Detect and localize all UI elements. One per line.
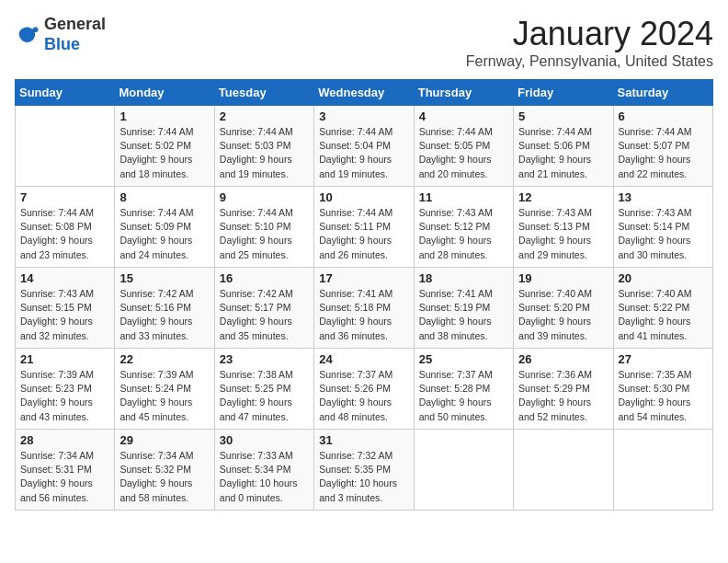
day-number: 1 (119, 109, 209, 123)
day-info: Sunrise: 7:39 AMSunset: 5:23 PMDaylight:… (20, 368, 109, 424)
day-info: Sunrise: 7:39 AMSunset: 5:24 PMDaylight:… (119, 368, 209, 424)
calendar-cell: 10Sunrise: 7:44 AMSunset: 5:11 PMDayligh… (314, 187, 414, 268)
weekday-header-thursday: Thursday (414, 80, 513, 106)
calendar-cell: 13Sunrise: 7:43 AMSunset: 5:14 PMDayligh… (613, 187, 712, 268)
weekday-header-tuesday: Tuesday (214, 80, 313, 106)
day-number: 29 (119, 433, 209, 447)
calendar-cell: 26Sunrise: 7:36 AMSunset: 5:29 PMDayligh… (514, 349, 613, 430)
day-number: 31 (319, 433, 408, 447)
day-number: 4 (419, 109, 508, 123)
calendar-cell: 25Sunrise: 7:37 AMSunset: 5:28 PMDayligh… (414, 349, 513, 430)
day-info: Sunrise: 7:37 AMSunset: 5:28 PMDaylight:… (419, 368, 508, 424)
day-info: Sunrise: 7:44 AMSunset: 5:09 PMDaylight:… (119, 206, 209, 262)
day-number: 2 (220, 109, 309, 123)
calendar-cell: 24Sunrise: 7:37 AMSunset: 5:26 PMDayligh… (314, 349, 414, 430)
day-number: 3 (319, 109, 408, 123)
day-number: 27 (619, 352, 708, 366)
day-info: Sunrise: 7:40 AMSunset: 5:20 PMDaylight:… (518, 287, 608, 343)
calendar-cell: 21Sunrise: 7:39 AMSunset: 5:23 PMDayligh… (16, 349, 115, 430)
day-number: 28 (20, 433, 109, 447)
calendar-cell: 31Sunrise: 7:32 AMSunset: 5:35 PMDayligh… (314, 430, 414, 511)
day-number: 19 (518, 271, 608, 285)
logo-blue: Blue (44, 35, 80, 53)
calendar-cell: 22Sunrise: 7:39 AMSunset: 5:24 PMDayligh… (115, 349, 214, 430)
day-info: Sunrise: 7:44 AMSunset: 5:06 PMDaylight:… (518, 125, 608, 181)
weekday-header-sunday: Sunday (16, 80, 115, 106)
logo-bird-icon (15, 22, 40, 48)
calendar-cell: 9Sunrise: 7:44 AMSunset: 5:10 PMDaylight… (214, 187, 313, 268)
day-info: Sunrise: 7:44 AMSunset: 5:05 PMDaylight:… (419, 125, 508, 181)
day-number: 8 (119, 190, 209, 204)
day-number: 23 (220, 352, 309, 366)
calendar-week-3: 14Sunrise: 7:43 AMSunset: 5:15 PMDayligh… (16, 268, 713, 349)
calendar-cell (613, 430, 712, 511)
day-number: 21 (20, 352, 109, 366)
day-info: Sunrise: 7:44 AMSunset: 5:11 PMDaylight:… (319, 206, 408, 262)
calendar-cell (16, 106, 115, 187)
calendar-cell: 19Sunrise: 7:40 AMSunset: 5:20 PMDayligh… (514, 268, 613, 349)
weekday-header-row: SundayMondayTuesdayWednesdayThursdayFrid… (16, 80, 713, 106)
calendar-cell: 11Sunrise: 7:43 AMSunset: 5:12 PMDayligh… (414, 187, 513, 268)
calendar-cell: 6Sunrise: 7:44 AMSunset: 5:07 PMDaylight… (613, 106, 712, 187)
day-info: Sunrise: 7:34 AMSunset: 5:32 PMDaylight:… (119, 449, 209, 505)
calendar-week-5: 28Sunrise: 7:34 AMSunset: 5:31 PMDayligh… (16, 430, 713, 511)
day-info: Sunrise: 7:41 AMSunset: 5:18 PMDaylight:… (319, 287, 408, 343)
day-number: 10 (319, 190, 408, 204)
day-number: 11 (419, 190, 508, 204)
calendar-cell: 17Sunrise: 7:41 AMSunset: 5:18 PMDayligh… (314, 268, 414, 349)
calendar-cell: 2Sunrise: 7:44 AMSunset: 5:03 PMDaylight… (214, 106, 313, 187)
day-number: 6 (619, 109, 708, 123)
calendar-cell: 15Sunrise: 7:42 AMSunset: 5:16 PMDayligh… (115, 268, 214, 349)
day-info: Sunrise: 7:37 AMSunset: 5:26 PMDaylight:… (319, 368, 408, 424)
day-info: Sunrise: 7:44 AMSunset: 5:07 PMDaylight:… (619, 125, 708, 181)
day-number: 30 (220, 433, 309, 447)
calendar-subtitle: Fernway, Pennsylvania, United States (466, 53, 713, 70)
day-number: 26 (518, 352, 608, 366)
title-block: January 2024 Fernway, Pennsylvania, Unit… (466, 15, 713, 70)
calendar-cell: 30Sunrise: 7:33 AMSunset: 5:34 PMDayligh… (214, 430, 313, 511)
day-info: Sunrise: 7:44 AMSunset: 5:08 PMDaylight:… (20, 206, 109, 262)
page-header: GeneralBlue January 2024 Fernway, Pennsy… (15, 15, 713, 70)
day-info: Sunrise: 7:35 AMSunset: 5:30 PMDaylight:… (619, 368, 708, 424)
calendar-cell: 7Sunrise: 7:44 AMSunset: 5:08 PMDaylight… (16, 187, 115, 268)
calendar-cell: 28Sunrise: 7:34 AMSunset: 5:31 PMDayligh… (16, 430, 115, 511)
day-number: 24 (319, 352, 408, 366)
day-number: 22 (119, 352, 209, 366)
calendar-week-1: 1Sunrise: 7:44 AMSunset: 5:02 PMDaylight… (16, 106, 713, 187)
day-info: Sunrise: 7:41 AMSunset: 5:19 PMDaylight:… (419, 287, 508, 343)
day-info: Sunrise: 7:38 AMSunset: 5:25 PMDaylight:… (220, 368, 309, 424)
day-info: Sunrise: 7:44 AMSunset: 5:02 PMDaylight:… (119, 125, 209, 181)
calendar-week-4: 21Sunrise: 7:39 AMSunset: 5:23 PMDayligh… (16, 349, 713, 430)
day-info: Sunrise: 7:42 AMSunset: 5:16 PMDaylight:… (119, 287, 209, 343)
weekday-header-saturday: Saturday (613, 80, 712, 106)
day-info: Sunrise: 7:43 AMSunset: 5:12 PMDaylight:… (419, 206, 508, 262)
calendar-cell (414, 430, 513, 511)
calendar-cell: 4Sunrise: 7:44 AMSunset: 5:05 PMDaylight… (414, 106, 513, 187)
day-info: Sunrise: 7:36 AMSunset: 5:29 PMDaylight:… (518, 368, 608, 424)
day-number: 17 (319, 271, 408, 285)
calendar-table: SundayMondayTuesdayWednesdayThursdayFrid… (15, 79, 713, 511)
day-info: Sunrise: 7:44 AMSunset: 5:04 PMDaylight:… (319, 125, 408, 181)
day-number: 14 (20, 271, 109, 285)
day-info: Sunrise: 7:44 AMSunset: 5:03 PMDaylight:… (220, 125, 309, 181)
logo-general: General (44, 15, 106, 33)
day-info: Sunrise: 7:32 AMSunset: 5:35 PMDaylight:… (319, 449, 408, 505)
calendar-cell: 18Sunrise: 7:41 AMSunset: 5:19 PMDayligh… (414, 268, 513, 349)
day-info: Sunrise: 7:40 AMSunset: 5:22 PMDaylight:… (619, 287, 708, 343)
day-number: 5 (518, 109, 608, 123)
day-number: 15 (119, 271, 209, 285)
day-info: Sunrise: 7:43 AMSunset: 5:13 PMDaylight:… (518, 206, 608, 262)
day-number: 9 (220, 190, 309, 204)
logo-text-block: GeneralBlue (44, 15, 106, 54)
calendar-cell: 29Sunrise: 7:34 AMSunset: 5:32 PMDayligh… (115, 430, 214, 511)
calendar-cell: 8Sunrise: 7:44 AMSunset: 5:09 PMDaylight… (115, 187, 214, 268)
calendar-cell: 16Sunrise: 7:42 AMSunset: 5:17 PMDayligh… (214, 268, 313, 349)
day-info: Sunrise: 7:44 AMSunset: 5:10 PMDaylight:… (220, 206, 309, 262)
day-number: 12 (518, 190, 608, 204)
calendar-cell (514, 430, 613, 511)
calendar-cell: 14Sunrise: 7:43 AMSunset: 5:15 PMDayligh… (16, 268, 115, 349)
calendar-title: January 2024 (466, 15, 713, 53)
day-info: Sunrise: 7:43 AMSunset: 5:15 PMDaylight:… (20, 287, 109, 343)
logo: GeneralBlue (15, 15, 106, 54)
calendar-cell: 12Sunrise: 7:43 AMSunset: 5:13 PMDayligh… (514, 187, 613, 268)
